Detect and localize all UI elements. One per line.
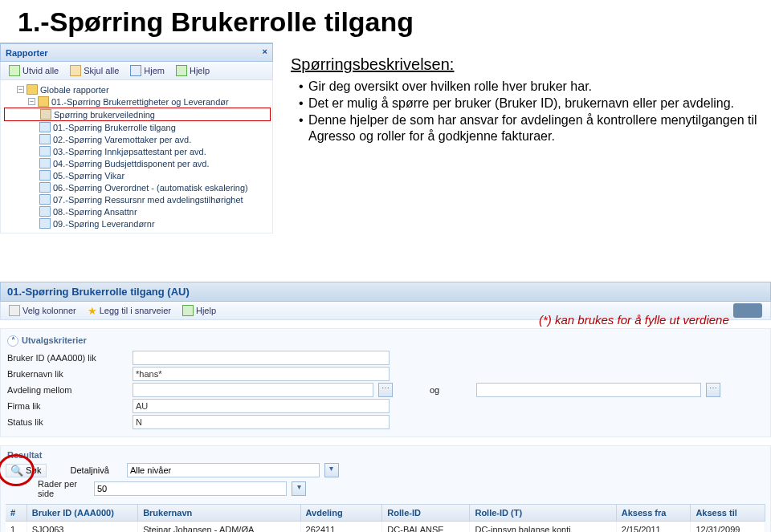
report-icon	[39, 146, 51, 156]
folder-open-icon	[38, 96, 49, 107]
wand-icon	[9, 305, 20, 316]
description-line: Gir deg oversikt over hvilken rolle hver…	[299, 79, 765, 95]
col-username[interactable]: Brukernavn	[138, 505, 300, 521]
rows-per-page-select[interactable]	[94, 481, 287, 496]
expand-all-button[interactable]: Utvid alle	[4, 63, 63, 78]
reports-sidebar: Rapporter × Utvid alle Skjul alle Hjem H…	[0, 43, 273, 234]
col-dept[interactable]: Avdeling	[301, 505, 383, 521]
search-button[interactable]: 🔍 Søk	[6, 464, 47, 477]
tree-highlighted-item[interactable]: Spørring brukerveiledning	[4, 108, 271, 121]
lookup-icon[interactable]: ⋯	[706, 383, 720, 397]
description-panel: Spørringsbeskrivelsen: Gir deg oversikt …	[273, 43, 771, 234]
criteria-label-username: Brukernavn lik	[7, 369, 128, 379]
collapse-icon[interactable]: −	[28, 98, 35, 105]
tree-item[interactable]: 07.-Spørring Ressursnr med avdelingstilh…	[4, 193, 271, 205]
tree-item[interactable]: 05.-Spørring Vikar	[4, 169, 271, 181]
collapse-all-button[interactable]: Skjul alle	[65, 63, 124, 78]
firma-input[interactable]	[133, 399, 390, 413]
cell-roleid: DC-BALANSE	[382, 522, 470, 532]
cell-userid: SJO063	[27, 522, 138, 532]
result-title: Resultat	[6, 450, 765, 462]
col-to[interactable]: Aksess til	[691, 505, 765, 521]
lookup-icon[interactable]: ⋯	[378, 383, 393, 397]
tree-item[interactable]: 08.-Spørring Ansattnr	[4, 205, 271, 217]
rows-per-page-label: Rader per side	[6, 479, 89, 498]
logo-icon	[733, 303, 762, 318]
search-icon: 🔍	[10, 465, 23, 476]
page-title: 1.-Spørring Brukerrolle tilgang	[0, 0, 771, 43]
help-button[interactable]: Hjelp	[177, 303, 221, 318]
help-icon	[182, 305, 194, 316]
criteria-title[interactable]: ˄Utvalgskriterier	[7, 334, 764, 350]
reports-tree: − Globale rapporter − 01.-Spørring Bruke…	[0, 80, 273, 234]
tree-item[interactable]: 01.-Spørring Brukerrolle tilgang	[4, 121, 271, 133]
user-id-input[interactable]	[133, 351, 390, 365]
col-userid[interactable]: Bruker ID (AAA000)	[27, 505, 138, 521]
dept-from-input[interactable]	[133, 383, 373, 397]
collapse-icon[interactable]: −	[17, 86, 24, 93]
detail-level-label: Detaljnivå	[71, 465, 109, 475]
chevron-down-icon[interactable]: ▾	[324, 463, 339, 477]
cell-num: 1	[6, 522, 27, 532]
cell-username: Steinar Johansen - ADM/ØA	[138, 522, 300, 532]
status-input[interactable]	[133, 415, 390, 429]
report-icon	[39, 218, 51, 229]
criteria-panel: ˄Utvalgskriterier Bruker ID (AAA000) lik…	[0, 328, 771, 437]
choose-columns-button[interactable]: Velg kolonner	[4, 303, 81, 318]
tree-item[interactable]: 06.-Spørring Overordnet - (automatisk es…	[4, 181, 271, 193]
folder-icon	[27, 84, 38, 95]
reports-title: Rapporter	[6, 48, 48, 58]
result-panel: Resultat 🔍 Søk Detaljnivå ▾ Rader per si…	[0, 445, 771, 532]
tree-root[interactable]: − Globale rapporter	[4, 83, 271, 95]
description-line: Det er mulig å spørre per bruker (Bruker…	[299, 95, 765, 112]
chevron-down-icon[interactable]: ▾	[292, 481, 306, 496]
col-from[interactable]: Aksess fra	[617, 505, 691, 521]
user-name-input[interactable]	[133, 367, 390, 381]
cell-roleid-t: DC-innsyn balanse konti	[470, 522, 616, 532]
add-shortcut-button[interactable]: ★Legg til i snarveier	[83, 304, 176, 318]
reports-panel-header: Rapporter ×	[0, 43, 273, 62]
criteria-label-firma: Firma lik	[7, 401, 128, 411]
description-heading: Spørringsbeskrivelsen:	[291, 55, 765, 74]
report-icon	[39, 206, 51, 217]
home-button[interactable]: Hjem	[125, 63, 169, 78]
criteria-label-status: Status lik	[7, 417, 128, 427]
report-icon	[39, 158, 51, 169]
criteria-label-dept: Avdeling mellom	[7, 385, 128, 395]
tree-item[interactable]: 04.-Spørring Budsjettdisponent per avd.	[4, 157, 271, 169]
tree-group[interactable]: − 01.-Spørring Brukerrettigheter og Leve…	[4, 95, 271, 108]
help-button[interactable]: Hjelp	[171, 63, 214, 78]
star-icon: ★	[88, 306, 97, 316]
description-line: Denne hjelper de som har ansvar for avde…	[299, 112, 765, 146]
criteria-label-userid: Bruker ID (AAA000) lik	[7, 353, 128, 363]
col-num[interactable]: #	[6, 505, 27, 521]
detail-level-select[interactable]	[127, 463, 320, 477]
report-icon	[39, 182, 51, 193]
report-icon	[39, 122, 51, 132]
dept-to-input[interactable]	[476, 383, 701, 397]
report-icon	[39, 170, 51, 181]
report-icon	[39, 194, 51, 205]
tree-item[interactable]: 09.-Spøring Leverandørnr	[4, 217, 271, 229]
cell-dept: 262411	[301, 522, 383, 532]
query-section-title: 01.-Spørring Brukerrolle tilgang (AU)	[0, 282, 771, 302]
reports-toolbar: Utvid alle Skjul alle Hjem Hjelp	[0, 62, 273, 80]
table-row[interactable]: 1 SJO063 Steinar Johansen - ADM/ØA 26241…	[6, 522, 765, 532]
wildcard-hint: (*) kan brukes for å fylle ut verdiene	[539, 313, 729, 327]
guide-icon	[40, 109, 51, 120]
close-icon[interactable]: ×	[263, 47, 267, 56]
col-roleid-t[interactable]: Rolle-ID (T)	[470, 505, 616, 521]
chevron-up-icon[interactable]: ˄	[7, 335, 18, 347]
cell-to: 12/31/2099	[691, 522, 765, 532]
tree-item[interactable]: 02.-Spørring Varemottaker per avd.	[4, 133, 271, 145]
and-label: og	[430, 385, 439, 395]
col-roleid[interactable]: Rolle-ID	[382, 505, 470, 521]
report-icon	[39, 134, 51, 144]
cell-from: 2/15/2011	[617, 522, 691, 532]
result-table-header: # Bruker ID (AAA000) Brukernavn Avdeling…	[6, 504, 765, 522]
tree-item[interactable]: 03.-Spørring Innkjøpsattestant per avd.	[4, 145, 271, 157]
description-list: Gir deg oversikt over hvilken rolle hver…	[291, 74, 765, 145]
